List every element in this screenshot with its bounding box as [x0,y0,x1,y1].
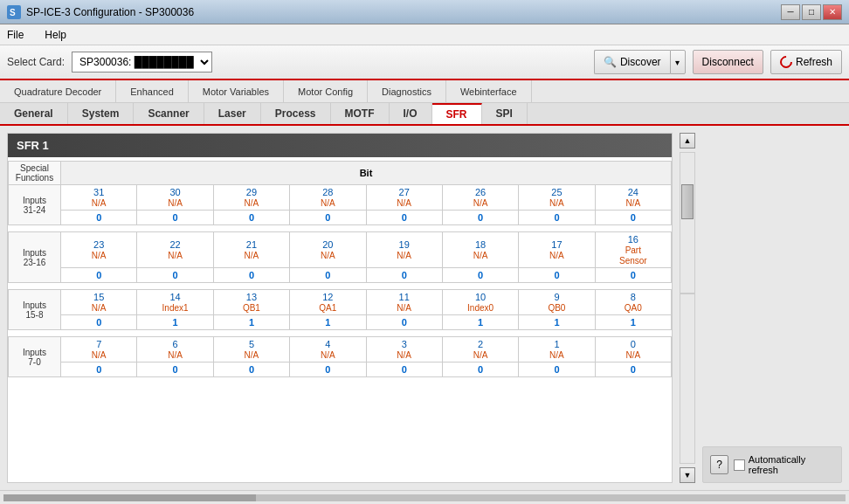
val-1[interactable]: 0 [519,362,595,377]
menu-help[interactable]: Help [41,27,70,43]
bit-12[interactable]: 12QA1 [290,290,366,315]
tab-motf[interactable]: MOTF [331,103,390,124]
tab-sfr[interactable]: SFR [432,103,482,124]
val-0[interactable]: 0 [595,362,671,377]
tab-spi[interactable]: SPI [482,103,528,124]
disconnect-button[interactable]: Disconnect [693,50,763,74]
sfr-panel-title: SFR 1 [8,134,672,157]
val-6[interactable]: 0 [137,362,213,377]
bit-5[interactable]: 5N/A [213,337,289,362]
val-9[interactable]: 1 [519,315,595,330]
bit-20[interactable]: 20N/A [290,232,366,268]
minimize-button[interactable]: ─ [781,4,800,20]
scroll-down-button[interactable]: ▼ [680,467,695,483]
val-12[interactable]: 1 [290,315,366,330]
refresh-button[interactable]: Refresh [770,50,842,74]
auto-refresh-label[interactable]: Automatically refresh [734,454,834,475]
val-14[interactable]: 1 [137,315,213,330]
bit-21[interactable]: 21N/A [213,232,289,268]
val-8[interactable]: 1 [595,315,671,330]
tab-process[interactable]: Process [261,103,331,124]
val-23[interactable]: 0 [61,268,137,283]
card-select[interactable]: SP300036: ████████ [72,52,212,72]
bit-2[interactable]: 2N/A [442,337,518,362]
tab-system[interactable]: System [68,103,135,124]
status-scrollbar-thumb[interactable] [3,494,256,501]
tab-motor-config[interactable]: Motor Config [284,80,368,102]
val-11[interactable]: 0 [366,315,442,330]
bit-27[interactable]: 27N/A [366,185,442,211]
val-10[interactable]: 1 [442,315,518,330]
tab-io[interactable]: I/O [390,103,432,124]
val-19[interactable]: 0 [366,268,442,283]
bit-15[interactable]: 15N/A [61,290,137,315]
bit-29[interactable]: 29N/A [213,185,289,211]
tab-scanner[interactable]: Scanner [134,103,204,124]
bit-9[interactable]: 9QB0 [519,290,595,315]
scrollbar-track[interactable] [680,152,695,464]
bit-18[interactable]: 18N/A [442,232,518,268]
tab-general[interactable]: General [0,103,68,124]
bit-22[interactable]: 22N/A [137,232,213,268]
tab-enhanced[interactable]: Enhanced [116,80,189,102]
bit-11[interactable]: 11N/A [366,290,442,315]
val-25[interactable]: 0 [519,211,595,225]
bit-3[interactable]: 3N/A [366,337,442,362]
bit-0[interactable]: 0N/A [595,337,671,362]
val-29[interactable]: 0 [213,211,289,225]
val-3[interactable]: 0 [366,362,442,377]
discover-button[interactable]: 🔍 Discover [594,50,670,74]
val-22[interactable]: 0 [137,268,213,283]
bit-26[interactable]: 26N/A [442,185,518,211]
bit-24[interactable]: 24N/A [595,185,671,211]
auto-refresh-checkbox[interactable] [734,459,745,471]
val-7[interactable]: 0 [61,362,137,377]
val-30[interactable]: 0 [137,211,213,225]
scroll-up-button[interactable]: ▲ [680,133,695,148]
tab-motor-variables[interactable]: Motor Variables [189,80,284,102]
val-26[interactable]: 0 [442,211,518,225]
tab-quadrature-decoder[interactable]: Quadrature Decoder [0,80,116,102]
tab-laser[interactable]: Laser [204,103,261,124]
maximize-button[interactable]: □ [802,4,821,20]
bit-23[interactable]: 23N/A [61,232,137,268]
val-16[interactable]: 0 [595,268,671,283]
bit-10[interactable]: 10Index0 [442,290,518,315]
val-27[interactable]: 0 [366,211,442,225]
status-scrollbar[interactable] [3,494,846,501]
tab-webinterface[interactable]: Webinterface [446,80,532,102]
tab-diagnostics[interactable]: Diagnostics [368,80,446,102]
bit-28[interactable]: 28N/A [290,185,366,211]
bit-4[interactable]: 4N/A [290,337,366,362]
val-28[interactable]: 0 [290,211,366,225]
bit-1[interactable]: 1N/A [519,337,595,362]
bit-30[interactable]: 30N/A [137,185,213,211]
bit-13[interactable]: 13QB1 [213,290,289,315]
help-question-button[interactable]: ? [710,455,728,474]
val-13[interactable]: 1 [213,315,289,330]
val-18[interactable]: 0 [442,268,518,283]
val-17[interactable]: 0 [519,268,595,283]
bit-31[interactable]: 31N/A [61,185,137,211]
close-button[interactable]: ✕ [823,4,842,20]
val-31[interactable]: 0 [61,211,137,225]
bit-7[interactable]: 7N/A [61,337,137,362]
bit-8[interactable]: 8QA0 [595,290,671,315]
discover-dropdown-arrow[interactable]: ▾ [670,50,686,74]
menu-file[interactable]: File [3,27,27,43]
bit-16[interactable]: 16PartSensor [595,232,671,268]
val-20[interactable]: 0 [290,268,366,283]
bit-17[interactable]: 17N/A [519,232,595,268]
val-2[interactable]: 0 [442,362,518,377]
val-15[interactable]: 0 [61,315,137,330]
val-5[interactable]: 0 [213,362,289,377]
val-21[interactable]: 0 [213,268,289,283]
bit-19[interactable]: 19N/A [366,232,442,268]
bit-6[interactable]: 6N/A [137,337,213,362]
scrollbar-thumb[interactable] [681,184,694,219]
bit-25[interactable]: 25N/A [519,185,595,211]
val-24[interactable]: 0 [595,211,671,225]
bit-14[interactable]: 14Index1 [137,290,213,315]
val-4[interactable]: 0 [290,362,366,377]
table-row: Inputs31-24 31N/A 30N/A 29N/A 28N/A 27N/… [9,185,672,211]
